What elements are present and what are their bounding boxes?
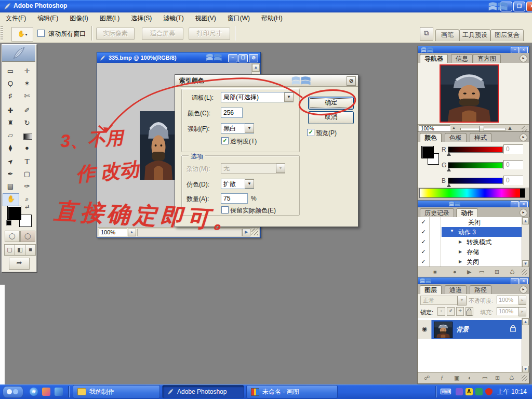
title-bar[interactable]: Adobe Photoshop − ❐ ✕ (0, 0, 532, 12)
blue-slider-bar[interactable] (448, 178, 503, 184)
blue-value-field[interactable]: 0 (503, 176, 523, 185)
preserve-colors-checkbox[interactable] (221, 206, 229, 214)
background-layer-row[interactable]: ◉ 背景 (418, 320, 522, 339)
doc-horizontal-scrollbar[interactable] (137, 229, 242, 236)
notes-tool[interactable]: ▤ (3, 181, 18, 193)
actual-pixels-button[interactable]: 实际像素 (96, 28, 135, 40)
zoom-out-mountain-icon[interactable]: ▲ (452, 126, 456, 129)
default-colors-icon[interactable] (6, 220, 11, 225)
show-desktop-icon[interactable] (55, 388, 63, 396)
expander-closed-icon[interactable]: ▶ (459, 249, 462, 254)
tab-styles[interactable]: 样式 (470, 133, 491, 142)
action-dialog-toggle[interactable] (429, 237, 441, 247)
eyedropper-tool[interactable]: ✑ (19, 181, 35, 193)
navigator-resize-grip[interactable] (522, 126, 527, 131)
crop-tool[interactable]: ♯ (3, 90, 18, 102)
action-item-label[interactable]: 关闭 (467, 258, 479, 267)
red-value-field[interactable]: 0 (503, 144, 523, 154)
actions-scroll-up[interactable]: ▲ (522, 218, 529, 224)
dither-combo-arrow[interactable]: ▼ (245, 179, 254, 189)
lock-transparency-button[interactable]: ▫ (437, 307, 445, 316)
layer-name[interactable]: 背景 (456, 325, 469, 334)
menu-filter[interactable]: 滤镜(T) (157, 12, 189, 24)
doc-minimize-button[interactable]: − (228, 54, 237, 62)
menu-view[interactable]: 视图(V) (190, 12, 222, 24)
doc-status-menu-button[interactable]: ▸ (128, 229, 136, 236)
navigator-thumbnail[interactable] (440, 64, 499, 123)
stop-icon[interactable]: ■ (433, 269, 437, 275)
green-value-field[interactable]: 0 (503, 160, 523, 169)
scroll-all-windows-option[interactable]: 滚动所有窗口 (37, 30, 86, 38)
pen-tool[interactable]: ✒ (3, 168, 18, 180)
record-icon[interactable]: ● (453, 269, 457, 275)
action-check-icon[interactable]: ✓ (418, 217, 430, 227)
new-set-folder-icon[interactable]: ▭ (479, 269, 484, 275)
tab-histogram[interactable]: 直方图 (473, 54, 501, 63)
layer-group-folder-icon[interactable]: ▭ (482, 375, 487, 381)
action-row[interactable]: ✓ ▶ 存储 (418, 247, 522, 257)
eraser-tool[interactable]: ▱ (3, 130, 18, 142)
tab-actions[interactable]: 动作 (456, 208, 478, 218)
tab-layers[interactable]: 图层 (420, 285, 442, 295)
shape-tool[interactable]: ▢ (19, 168, 35, 180)
move-tool[interactable]: ✛ (19, 65, 35, 77)
forced-combo-arrow[interactable]: ▼ (245, 124, 254, 133)
red-slider-thumb[interactable] (447, 152, 451, 156)
file-browser-toggle-button[interactable]: ⧉ (420, 27, 433, 41)
hand-tool[interactable]: ✋ (3, 193, 19, 206)
action-item-label[interactable]: 转换模式 (467, 238, 491, 247)
color-menu-button[interactable]: ▸ (520, 134, 527, 141)
color-spectrum-ramp[interactable] (419, 188, 525, 198)
options-bar-grip[interactable] (1, 26, 3, 41)
slice-tool[interactable]: ✄ (19, 90, 35, 102)
blur-tool[interactable]: ⧫ (3, 142, 18, 154)
action-dialog-toggle[interactable] (429, 227, 441, 237)
lock-all-button[interactable] (466, 307, 473, 316)
new-layer-icon[interactable]: ⊞ (495, 375, 500, 381)
close-button[interactable]: ✕ (526, 2, 532, 11)
clone-stamp-tool[interactable]: ♜ (3, 117, 18, 129)
doc-scroll-right-button[interactable]: ▶ (242, 229, 250, 236)
navigator-menu-button[interactable]: ▸ (520, 55, 527, 62)
fit-screen-button[interactable]: 适合屏幕 (142, 28, 183, 40)
fullscreen-button[interactable]: ■ (25, 244, 36, 256)
lasso-tool[interactable]: Ϙ (3, 78, 18, 90)
magic-wand-tool[interactable]: ✶ (19, 78, 35, 90)
media-player-icon[interactable] (42, 388, 50, 396)
action-row-selected[interactable]: ✓ ▼ 动作 3 (418, 227, 522, 237)
path-selection-tool[interactable]: ➤ (3, 156, 18, 168)
adjustment-layer-icon[interactable]: ◐ (468, 375, 472, 381)
keyboard-tray-icon[interactable]: ⌨ (440, 387, 451, 396)
tab-swatches[interactable]: 色板 (445, 133, 467, 142)
action-row[interactable]: ✓ 关闭 (418, 217, 522, 228)
action-check-icon[interactable]: ✓ (418, 257, 430, 267)
doc-scroll-up-button[interactable]: ▲ (252, 64, 260, 72)
task-button-paint[interactable]: 未命名 - 画图 (246, 385, 338, 398)
layer-mask-icon[interactable]: ▣ (454, 375, 459, 381)
lock-pixels-button[interactable]: ✐ (447, 307, 455, 316)
action-row[interactable]: ✓ ▶ 转换模式 (418, 237, 522, 247)
amount-input[interactable]: 75 (221, 193, 248, 204)
doc-resize-grip[interactable] (251, 229, 258, 235)
tab-color[interactable]: 颜色 (420, 133, 442, 142)
action-check-icon[interactable]: ✓ (418, 237, 430, 247)
layers-panel-title-bar[interactable]: − ✕ (418, 277, 529, 284)
cancel-button[interactable]: 取消 (308, 111, 354, 124)
actions-panel-title-bar[interactable]: − ✕ (418, 201, 529, 207)
layers-resize-grip[interactable] (522, 375, 527, 381)
dialog-close-button[interactable]: ⊘ (347, 76, 356, 86)
quick-launch-button[interactable] (3, 386, 23, 398)
swap-colors-icon[interactable]: ⇄ (25, 204, 29, 209)
colors-input[interactable]: 256 (221, 108, 243, 118)
standard-mode-button[interactable]: ◯ (5, 231, 20, 242)
menu-file[interactable]: 文件(F) (0, 12, 32, 24)
layer-styles-icon[interactable]: ƒ (441, 374, 444, 380)
menu-edit[interactable]: 编辑(E) (32, 12, 64, 24)
document-title-bar[interactable]: 335.bmp @ 100%(RGB/8) − ❐ ⊘ (97, 52, 260, 63)
menu-select[interactable]: 选择(S) (125, 12, 157, 24)
doc-maximize-button[interactable]: ❐ (238, 54, 248, 62)
action-item-label[interactable]: 关闭 (468, 218, 481, 227)
tray-security-shield-icon[interactable] (485, 388, 493, 395)
layers-scrollbar[interactable]: ▲ ▼ (522, 318, 529, 373)
action-item-label[interactable]: 动作 3 (458, 228, 476, 237)
